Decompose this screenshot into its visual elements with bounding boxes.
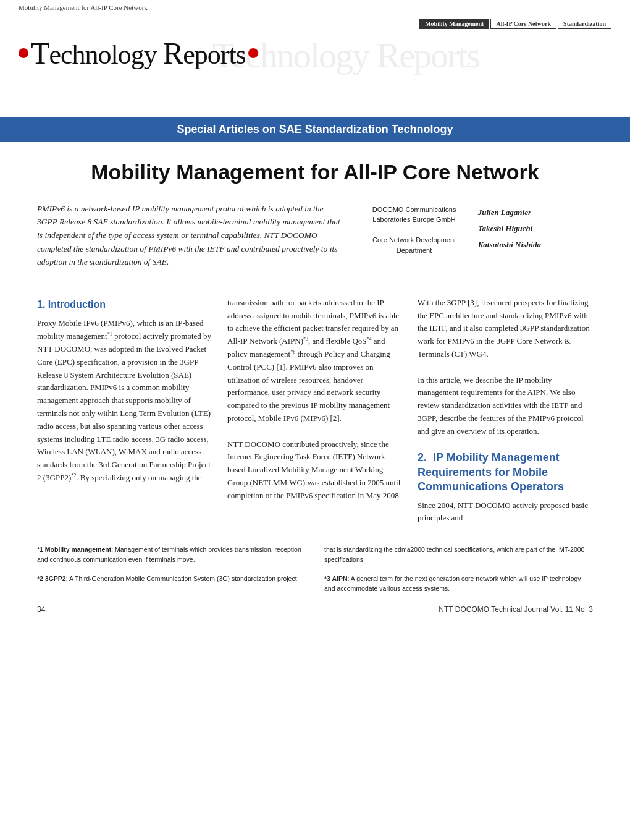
intro-col3-text: With the 3GPP [3], it secured prospects … [418,297,593,361]
intro-col1-text: Proxy Mobile IPv6 (PMIPv6), which is an … [37,317,212,484]
col-3: With the 3GPP [3], it secured prospects … [418,297,593,525]
blue-banner: Special Articles on SAE Standardization … [0,117,630,142]
logo-dot-left [19,48,28,58]
col-1: 1. Introduction Proxy Mobile IPv6 (PMIPv… [37,297,212,525]
intro-col2-text: transmission path for packets addressed … [227,297,403,425]
logo-text: Technology Reports [31,38,246,69]
top-bar-label: Mobility Management for All-IP Core Netw… [19,4,148,11]
abstract-text: PMIPv6 is a network-based IP mobility ma… [37,204,340,266]
fn2: *2 3GPP2: A Third-Generation Mobile Comm… [37,574,306,584]
institution2: Core Network Development Department [356,235,471,255]
institution1: DOCOMO Communications Laboratories Europ… [356,205,471,225]
logo-dot-right [248,48,258,58]
col-2: transmission path for packets addressed … [227,297,403,525]
intro-title: 1. Introduction [37,297,212,313]
fn3: that is standardizing the cdma2000 techn… [324,545,593,565]
fn4-label: AIPN [332,575,347,582]
footnotes-col-right: that is standardizing the cdma2000 techn… [324,545,593,594]
fn3-text: that is standardizing the cdma2000 techn… [324,546,584,563]
tag-standardization: Standardization [558,19,611,29]
logo-area: Technology Reports [19,38,611,69]
footnotes-col-left: *1 Mobility management: Management of te… [37,545,306,594]
page-number: 34 [37,605,45,614]
fn1-num: *1 Mobility management [37,546,111,553]
tag-allip: All-IP Core Network [490,19,556,29]
footnotes-area: *1 Mobility management: Management of te… [37,540,593,594]
author3: Katsutoshi Nishida [478,237,593,253]
content-area: 1. Introduction Proxy Mobile IPv6 (PMIPv… [0,287,630,535]
top-bar: Mobility Management for All-IP Core Netw… [0,0,630,15]
journal-name: NTT DOCOMO Technical Journal Vol. 11 No.… [439,605,593,614]
banner-text: Special Articles on SAE Standardization … [177,123,453,135]
intro-col2-text2: NTT DOCOMO contributed proactively, sinc… [227,438,403,503]
fn1-label: Mobility management [45,546,111,553]
fn4-text: : A general term for the next generation… [324,575,581,592]
author-section: DOCOMO Communications Laboratories Europ… [356,202,593,269]
bottom-bar: 34 NTT DOCOMO Technical Journal Vol. 11 … [0,599,630,620]
section2-title: 2. IP Mobility Management Requirements f… [418,451,593,494]
main-title-text: Mobility Management for All-IP Core Netw… [91,160,539,184]
meta-section: PMIPv6 is a network-based IP mobility ma… [0,196,630,281]
main-title: Mobility Management for All-IP Core Netw… [0,142,630,196]
fn4-num: *3 AIPN [324,575,348,582]
fn2-num: *2 3GPP2 [37,575,66,582]
author2: Takeshi Higuchi [478,221,593,237]
fn4: *3 AIPN: A general term for the next gen… [324,574,593,594]
tag-bar: Mobility Management All-IP Core Network … [0,15,630,32]
fn2-label: 3GPP2 [45,575,66,582]
divider [37,284,593,284]
intro-col3-text2: In this article, we describe the IP mobi… [418,374,593,438]
section2-text: Since 2004, NTT DOCOMO actively proposed… [418,499,593,525]
fn1: *1 Mobility management: Management of te… [37,545,306,565]
author1: Julien Laganier [478,205,593,221]
header-area: Technology Reports Technology Reports [0,32,630,112]
fn2-text: : A Third-Generation Mobile Communicatio… [66,575,297,582]
institution-col: DOCOMO Communications Laboratories Europ… [356,205,471,269]
abstract: PMIPv6 is a network-based IP mobility ma… [37,202,344,269]
author-names: Julien Laganier Takeshi Higuchi Katsutos… [478,205,593,269]
tag-mobility: Mobility Management [419,19,489,29]
